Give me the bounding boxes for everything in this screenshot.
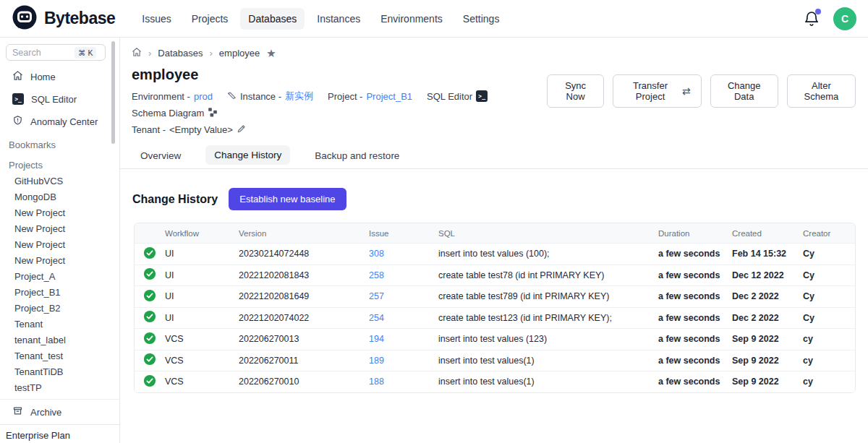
tab-backup-and-restore[interactable]: Backup and restore xyxy=(306,146,408,168)
database-actions: Sync Now Transfer Project ⇄ Change Data … xyxy=(547,74,856,108)
sidebar-project-testtp[interactable]: testTP xyxy=(0,380,119,396)
sidebar-project-githubvcs[interactable]: GitHubVCS xyxy=(0,173,119,189)
page-header-left: employee Environment - prod Instance - 新… xyxy=(132,66,547,136)
issue-link[interactable]: 189 xyxy=(369,356,384,366)
tab-overview[interactable]: Overview xyxy=(132,146,190,168)
change-data-button[interactable]: Change Data xyxy=(710,74,778,108)
nav-projects[interactable]: Projects xyxy=(184,8,237,30)
creator-cell: cy xyxy=(803,334,855,344)
sidebar-project-tenant-test[interactable]: Tenant_test xyxy=(0,348,119,364)
sidebar-item-label: Anomaly Center xyxy=(30,116,98,127)
nav-databases[interactable]: Databases xyxy=(240,8,305,30)
issue-link[interactable]: 188 xyxy=(369,377,384,387)
status-cell xyxy=(135,353,165,368)
transfer-project-button[interactable]: Transfer Project ⇄ xyxy=(613,74,702,108)
search-input[interactable] xyxy=(12,48,72,58)
notifications-bell-icon[interactable] xyxy=(803,10,820,27)
version-cell: 20221202081843 xyxy=(239,270,369,280)
sidebar-project-new-project-3[interactable]: New Project xyxy=(0,237,119,253)
search-shortcut-badge: ⌘ K xyxy=(75,47,96,59)
issue-link[interactable]: 308 xyxy=(369,249,384,259)
tab-change-history[interactable]: Change History xyxy=(205,145,290,165)
success-check-icon xyxy=(143,267,156,283)
sidebar-project-new-project-4[interactable]: New Project xyxy=(0,253,119,269)
sidebar-project-new-project-1[interactable]: New Project xyxy=(0,205,119,221)
sidebar-project-mongodb[interactable]: MongoDB xyxy=(0,189,119,205)
project-label: Project - xyxy=(328,91,362,102)
sidebar-project-project-b2[interactable]: Project_B2 xyxy=(0,301,119,317)
sidebar-item-sql-editor[interactable]: >_ SQL Editor xyxy=(0,88,119,110)
alter-schema-button[interactable]: Alter Schema xyxy=(787,74,856,108)
edit-pencil-icon[interactable] xyxy=(237,124,247,136)
project-link[interactable]: Project_B1 xyxy=(366,91,412,102)
sidebar-scrollbar-thumb[interactable] xyxy=(111,41,115,144)
nav-instances[interactable]: Instances xyxy=(309,8,368,30)
instance-label: Instance - xyxy=(240,91,281,102)
issue-link[interactable]: 258 xyxy=(369,270,384,280)
workflow-cell: UI xyxy=(165,249,239,259)
instance-link[interactable]: 新实例 xyxy=(285,90,313,103)
issue-cell: 189 xyxy=(369,356,438,366)
duration-cell: a few seconds xyxy=(658,377,732,387)
bytebase-logo[interactable]: Bytebase xyxy=(12,4,115,33)
table-row[interactable]: VCS 202206270010 188 insert into test va… xyxy=(135,371,855,392)
table-row[interactable]: UI 20221202081649 257 create table test7… xyxy=(135,285,855,307)
status-cell xyxy=(135,289,165,304)
schema-diagram-icon[interactable] xyxy=(208,107,218,119)
establish-new-baseline-button[interactable]: Establish new baseline xyxy=(229,188,346,210)
sidebar-project-new-project-2[interactable]: New Project xyxy=(0,221,119,237)
table-row[interactable]: VCS 202206270013 194 insert into test va… xyxy=(135,328,855,350)
main-content: › Databases › employee ★ employee Enviro… xyxy=(120,38,868,443)
schema-diagram-label: Schema Diagram xyxy=(132,108,204,119)
success-check-icon xyxy=(143,310,156,325)
issue-link[interactable]: 194 xyxy=(369,334,384,344)
issue-cell: 308 xyxy=(369,249,438,259)
duration-cell: a few seconds xyxy=(658,249,732,259)
status-cell xyxy=(135,267,165,283)
brand-name: Bytebase xyxy=(44,9,115,28)
breadcrumb-databases[interactable]: Databases xyxy=(158,48,203,59)
sidebar-project-tenanttidb[interactable]: TenantTiDB xyxy=(0,364,119,380)
nav-issues[interactable]: Issues xyxy=(134,8,179,30)
notification-dot xyxy=(815,9,821,14)
nav-settings[interactable]: Settings xyxy=(455,8,508,30)
table-row[interactable]: UI 20221202081843 258 create table test7… xyxy=(135,264,855,286)
issue-link[interactable]: 257 xyxy=(369,291,384,301)
user-avatar[interactable]: C xyxy=(833,7,856,30)
sidebar-item-archive[interactable]: Archive xyxy=(0,399,119,424)
issue-link[interactable]: 254 xyxy=(369,313,384,323)
created-cell: Feb 14 15:32 xyxy=(732,249,803,259)
sidebar-project-project-b1[interactable]: Project_B1 xyxy=(0,285,119,301)
creator-cell: cy xyxy=(803,356,855,366)
sidebar-item-anomaly-center[interactable]: Anomaly Center xyxy=(0,110,119,133)
version-cell: 202206270013 xyxy=(239,334,369,344)
home-icon xyxy=(12,70,23,83)
sidebar-project-tenant-label[interactable]: tenant_label xyxy=(0,332,119,348)
breadcrumb-home-icon[interactable] xyxy=(132,47,142,59)
nav-environments[interactable]: Environments xyxy=(373,8,451,30)
created-cell: Dec 2 2022 xyxy=(732,313,803,323)
environment-link[interactable]: prod xyxy=(194,91,213,102)
column-header-created: Created xyxy=(732,229,803,238)
creator-cell: Cy xyxy=(803,270,855,280)
status-cell xyxy=(135,332,165,347)
sidebar-project-tenant[interactable]: Tenant xyxy=(0,317,119,332)
table-row[interactable]: VCS 202206270011 189 insert into test va… xyxy=(135,350,855,371)
duration-cell: a few seconds xyxy=(658,356,732,366)
sidebar-item-home[interactable]: Home xyxy=(0,65,119,88)
version-cell: 202206270011 xyxy=(239,356,369,366)
search-box[interactable]: ⌘ K xyxy=(6,44,106,61)
page-header: employee Environment - prod Instance - 新… xyxy=(120,59,868,136)
bookmark-star-icon[interactable]: ★ xyxy=(266,48,276,58)
column-header-sql: SQL xyxy=(438,229,658,238)
table-row[interactable]: UI 20221202074022 254 create table test1… xyxy=(135,307,855,329)
sql-editor-icon[interactable]: >_ xyxy=(476,90,488,102)
workflow-cell: UI xyxy=(165,313,239,323)
table-body: UI 20230214072448 308 insert into test v… xyxy=(135,243,855,392)
sidebar-project-project-a[interactable]: Project_A xyxy=(0,269,119,285)
sync-now-button[interactable]: Sync Now xyxy=(547,74,604,108)
sql-cell: insert into test values(1) xyxy=(438,377,658,387)
database-meta-line-2: Tenant - <Empty Value> xyxy=(132,124,547,136)
archive-icon xyxy=(12,405,23,418)
table-row[interactable]: UI 20230214072448 308 insert into test v… xyxy=(135,243,855,264)
